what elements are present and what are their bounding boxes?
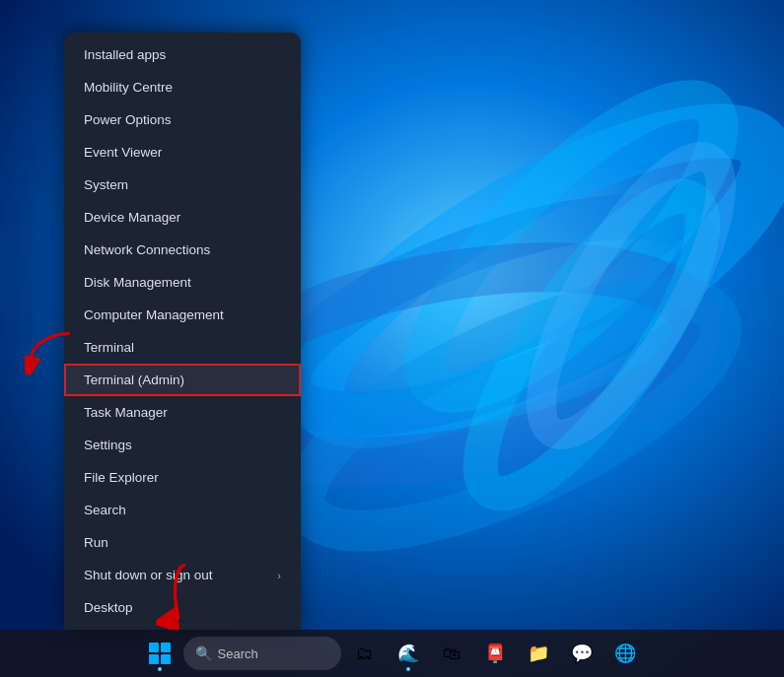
taskbar-icon-outlook[interactable]: 📮 (475, 634, 515, 673)
file-explorer-icon: 🗂 (356, 643, 374, 664)
menu-item-power-options[interactable]: Power Options (64, 103, 301, 136)
menu-item-label-disk-management: Disk Management (84, 275, 191, 290)
menu-item-mobility-centre[interactable]: Mobility Centre (64, 71, 301, 103)
start-button[interactable] (140, 634, 179, 673)
menu-item-network-connections[interactable]: Network Connections (64, 234, 301, 266)
menu-item-label-device-manager: Device Manager (84, 210, 180, 225)
menu-item-label-event-viewer: Event Viewer (84, 145, 162, 160)
menu-item-settings[interactable]: Settings (64, 429, 301, 461)
menu-item-task-manager[interactable]: Task Manager (64, 396, 301, 429)
taskbar-icon-chrome[interactable]: 🌐 (606, 634, 645, 673)
taskbar-icon-folder[interactable]: 📁 (519, 634, 558, 673)
menu-item-run[interactable]: Run (64, 526, 301, 559)
menu-item-installed-apps[interactable]: Installed apps (64, 38, 301, 71)
menu-item-label-file-explorer: File Explorer (84, 470, 159, 485)
menu-item-label-run: Run (84, 535, 108, 550)
menu-item-label-search: Search (84, 503, 126, 517)
teams-icon: 💬 (571, 643, 593, 664)
bottom-arrow-indicator (156, 561, 215, 630)
menu-item-computer-management[interactable]: Computer Management (64, 299, 301, 331)
folder-icon: 📁 (528, 643, 549, 664)
left-arrow-indicator (25, 325, 74, 374)
edge-icon: 🌊 (397, 643, 419, 664)
taskbar-search-label: Search (218, 646, 258, 661)
menu-item-system[interactable]: System (64, 169, 301, 201)
taskbar-search-bar[interactable]: 🔍 Search (183, 637, 341, 670)
menu-item-label-desktop: Desktop (84, 600, 133, 615)
menu-item-disk-management[interactable]: Disk Management (64, 266, 301, 299)
menu-item-label-terminal-admin: Terminal (Admin) (84, 372, 184, 387)
search-icon: 🔍 (195, 645, 212, 661)
menu-item-label-system: System (84, 177, 128, 192)
taskbar-icon-explorer[interactable]: 🗂 (345, 634, 385, 673)
context-menu: Installed appsMobility CentrePower Optio… (64, 33, 301, 630)
chrome-icon: 🌐 (614, 643, 636, 664)
submenu-chevron-shut-down: › (277, 570, 281, 581)
menu-item-terminal[interactable]: Terminal (64, 331, 301, 364)
taskbar: 🔍 Search 🗂 🌊 🛍 📮 📁 💬 🌐 (0, 630, 784, 677)
menu-item-search[interactable]: Search (64, 494, 301, 526)
menu-item-label-terminal: Terminal (84, 340, 134, 355)
menu-item-label-mobility-centre: Mobility Centre (84, 80, 173, 95)
menu-item-label-settings: Settings (84, 438, 132, 452)
menu-item-file-explorer[interactable]: File Explorer (64, 461, 301, 494)
menu-item-label-computer-management: Computer Management (84, 307, 224, 322)
menu-item-event-viewer[interactable]: Event Viewer (64, 136, 301, 169)
store-icon: 🛍 (443, 643, 461, 664)
menu-item-label-installed-apps: Installed apps (84, 47, 166, 62)
menu-item-label-power-options: Power Options (84, 112, 172, 127)
taskbar-icon-teams[interactable]: 💬 (562, 634, 602, 673)
menu-item-device-manager[interactable]: Device Manager (64, 201, 301, 234)
taskbar-icon-edge[interactable]: 🌊 (389, 634, 428, 673)
menu-item-terminal-admin[interactable]: Terminal (Admin) (64, 364, 301, 396)
outlook-icon: 📮 (484, 643, 506, 664)
menu-item-label-task-manager: Task Manager (84, 405, 168, 420)
taskbar-icon-store[interactable]: 🛍 (432, 634, 471, 673)
menu-item-label-network-connections: Network Connections (84, 242, 210, 257)
